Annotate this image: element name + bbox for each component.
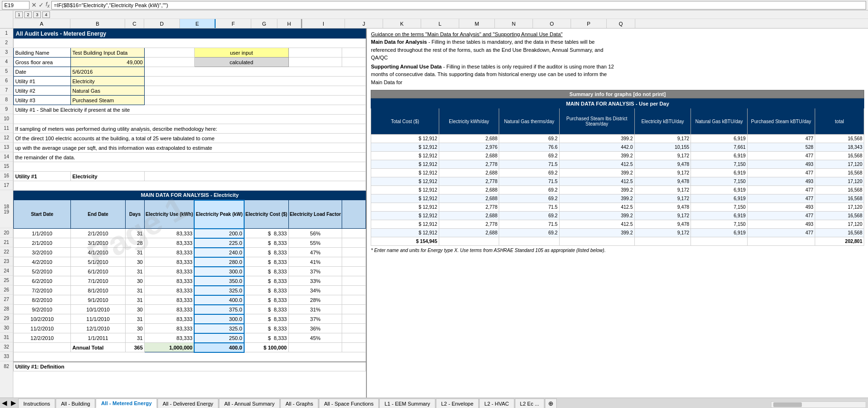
row-num-7: 7 (0, 86, 13, 95)
level-4[interactable]: 4 (42, 11, 50, 18)
row-num-17: 17 (0, 181, 13, 190)
building-name-label: Building Name (14, 48, 71, 58)
summary-row: $ 12,912 2,688 69.2 399.2 9,172 6,919 47… (371, 194, 864, 203)
row4-g (288, 58, 342, 67)
tab-nav-prev[interactable]: ◀ (0, 398, 9, 408)
gross-floor-label: Gross floor area (14, 58, 71, 67)
summary-row: $ 12,912 2,688 69.2 399.2 9,172 6,919 47… (371, 152, 864, 160)
row-num-3: 3 (0, 48, 13, 57)
tab-all-building[interactable]: All - Building (56, 398, 95, 408)
col-header-C[interactable]: C (125, 19, 144, 28)
level-3[interactable]: 3 (33, 11, 41, 18)
level-2[interactable]: 2 (24, 11, 32, 18)
date-label: Date (14, 67, 71, 77)
row-num-8: 8 (0, 95, 13, 105)
row-82: Utility #1: Definition (14, 362, 366, 371)
row8-rest (145, 96, 366, 105)
summary-row: $ 12,912 2,688 69.2 399.2 9,172 6,919 47… (371, 186, 864, 194)
utility2-label: Utility #2 (14, 86, 71, 96)
tab-nav-next[interactable]: ▶ (9, 398, 18, 408)
col-header-O[interactable]: O (533, 19, 571, 28)
horizontal-scrollbar[interactable] (771, 401, 866, 408)
utility3-value[interactable]: Purchased Steam (71, 96, 145, 105)
col-header-B[interactable]: B (70, 19, 125, 28)
row-2 (14, 39, 366, 48)
lf-20[interactable]: 56% (288, 229, 342, 238)
col-header-I[interactable]: I (302, 19, 345, 28)
end-date-20[interactable]: 2/1/2010 (71, 229, 126, 238)
gross-floor-value[interactable]: 49,000 (71, 58, 145, 67)
row-num-32: 32 (0, 342, 13, 352)
tab-all-space-functions[interactable]: All - Space Functions (319, 398, 379, 408)
row-num-26: 26 (0, 285, 13, 295)
summary-section: Summary info for graphs [do not print] (371, 90, 864, 253)
summary-row: $ 12,912 2,976 76.6 442.0 10,155 7,661 5… (371, 143, 864, 152)
row-18-19: MAIN DATA FOR ANALYSIS - Electricity (14, 191, 366, 200)
row-19-headers: Start Date End Date Days Electricity Use… (14, 200, 366, 229)
level-1[interactable]: 1 (15, 11, 23, 18)
formula-cancel-icon[interactable]: ✕ (31, 1, 37, 9)
building-name-value[interactable]: Test Building Input Data (71, 48, 145, 58)
tab-all-metered-energy[interactable]: All - Metered Energy (96, 398, 157, 408)
row-9: Utility #1 - Shall be Electricity if pre… (14, 105, 366, 115)
col-header-Q[interactable]: Q (607, 19, 635, 28)
row-numbers-column: 1 2 3 4 5 6 7 8 9 10 11 12 13 14 15 16 1… (0, 29, 13, 398)
user-input-badge: user input (194, 48, 288, 58)
col-header-H[interactable]: H (277, 19, 301, 28)
utility1-value[interactable]: Electricity (71, 77, 145, 86)
summary-row: $ 12,912 2,688 69.2 399.2 9,172 6,919 47… (371, 212, 864, 220)
col-header-G[interactable]: G (251, 19, 277, 28)
tab-add[interactable]: ⊕ (545, 398, 557, 408)
formula-input[interactable]: =IF($B$16="Electricity","Electricity Pea… (51, 1, 866, 10)
row-num-4: 4 (0, 57, 13, 67)
summary-row: $ 12,912 2,778 71.5 412.5 9,478 7,150 49… (371, 220, 864, 229)
date-value[interactable]: 5/6/2016 (71, 67, 145, 77)
col-header-D[interactable]: D (144, 19, 180, 28)
row-33 (14, 352, 366, 362)
peak-20[interactable]: 200.0 (194, 229, 244, 238)
start-date-20[interactable]: 1/1/2010 (14, 229, 71, 238)
formula-function-icon[interactable]: fx (46, 1, 49, 9)
row-num-2: 2 (0, 38, 13, 48)
annual-lf (288, 343, 342, 352)
tab-l2-hvac[interactable]: L2 - HVAC (479, 398, 514, 408)
data-row-26: 7/2/2010 8/1/2010 31 83,333 325.0 $ 8,33… (14, 286, 366, 295)
tab-all-annual-summary[interactable]: All - Annual Summary (219, 398, 280, 408)
col-header-M[interactable]: M (459, 19, 495, 28)
cost-20[interactable]: $ 8,333 (244, 229, 288, 238)
summary-row: $ 12,912 2,688 69.2 399.2 9,172 6,919 47… (371, 229, 864, 237)
h-20 (342, 229, 366, 238)
col-header-P[interactable]: P (571, 19, 607, 28)
tab-all-delivered-energy[interactable]: All - Delivered Energy (158, 398, 218, 408)
col-header-K[interactable]: K (383, 19, 421, 28)
days-20[interactable]: 31 (126, 229, 145, 238)
tab-instructions[interactable]: Instructions (18, 398, 55, 408)
col-header-F[interactable]: F (216, 19, 251, 28)
main-table-title: MAIN DATA FOR ANALYSIS - Electricity (14, 191, 366, 200)
cell-reference-box[interactable]: E19 (2, 1, 30, 10)
tab-all-graphs[interactable]: All - Graphs (280, 398, 318, 408)
col-header-E[interactable]: E (180, 19, 216, 28)
utility1-note: Utility #1 - Shall be Electricity if pre… (14, 105, 366, 115)
utility-section-value: Electricity (71, 172, 145, 181)
tab-l2-ec[interactable]: L2 Ec ... (515, 398, 544, 408)
row3-h (342, 48, 366, 58)
summary-row: $ 12,912 2,688 69.2 399.2 9,172 6,919 47… (371, 169, 864, 177)
utility2-value[interactable]: Natural Gas (71, 86, 145, 96)
col-header-J[interactable]: J (345, 19, 383, 28)
row-num-12: 12 (0, 133, 13, 143)
summary-row: $ 12,912 2,778 71.5 412.5 9,478 7,150 49… (371, 160, 864, 169)
use-20[interactable]: 83,333 (145, 229, 195, 238)
col-header-N[interactable]: N (495, 19, 533, 28)
col-header-L[interactable]: L (421, 19, 459, 28)
tab-l1-eem-summary[interactable]: L1 - EEM Summary (379, 398, 435, 408)
header-load-factor: Electricity Load Factor (288, 200, 342, 229)
col-header-A[interactable]: A (13, 19, 70, 28)
guidance-section: Guidance on the terms "Main Data for Ana… (371, 31, 618, 86)
tab-l2-envelope[interactable]: L2 - Envelope (436, 398, 479, 408)
formula-bar: E19 ✕ ✓ fx =IF($B$16="Electricity","Elec… (0, 0, 868, 10)
empty-row-10 (14, 115, 366, 124)
formula-confirm-icon[interactable]: ✓ (39, 1, 44, 9)
header-end-date: End Date (71, 200, 126, 229)
data-row-24: 5/2/2010 6/1/2010 31 83,333 300.0 $ 8,33… (14, 267, 366, 276)
